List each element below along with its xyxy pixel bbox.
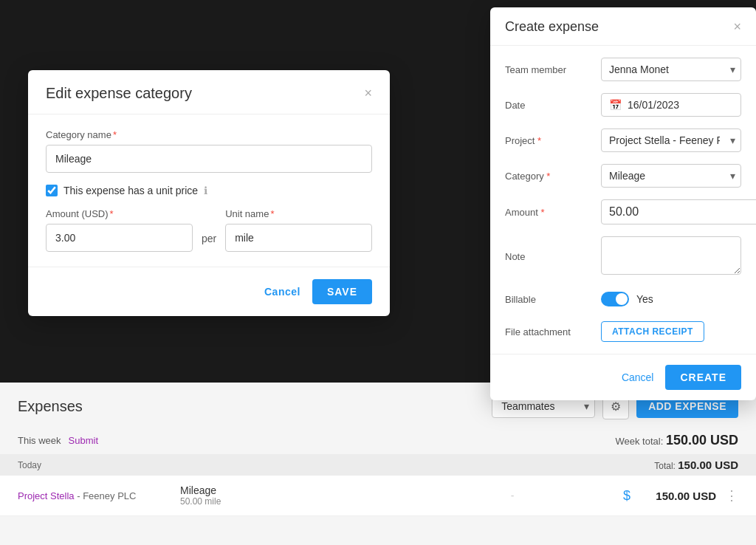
expense-cat-name: Mileage — [180, 484, 402, 496]
team-member-select-wrapper[interactable]: Jenna Monet — [601, 58, 741, 81]
billable-label: Billable — [505, 294, 601, 305]
submit-link[interactable]: Submit — [69, 435, 98, 446]
week-total: Week total: 150.00 USD — [616, 433, 738, 448]
expenses-title: Expenses — [18, 398, 83, 415]
edit-cancel-button[interactable]: Cancel — [264, 286, 300, 298]
category-name-input[interactable] — [46, 145, 372, 173]
create-modal-close-button[interactable]: × — [733, 19, 741, 35]
category-select[interactable]: Mileage — [601, 164, 741, 188]
unit-price-checkbox[interactable] — [46, 185, 58, 196]
billable-yes-label: Yes — [636, 293, 653, 305]
project-name[interactable]: Project Stella — [18, 490, 75, 501]
date-label: Date — [505, 100, 601, 111]
project-select-wrapper[interactable]: Project Stella - Feeney PLC — [601, 128, 741, 152]
gear-icon: ⚙ — [611, 400, 621, 414]
amount-form-label: Amount * — [505, 207, 601, 218]
create-expense-modal: Create expense × Team member Jenna Monet… — [490, 7, 756, 400]
unit-name-group: Unit name* — [225, 208, 372, 252]
unit-name-label: Unit name* — [225, 208, 372, 219]
project-select[interactable]: Project Stella - Feeney PLC — [601, 128, 741, 152]
amount-form-value: ⊞ mile — [601, 199, 756, 224]
project-row: Project * Project Stella - Feeney PLC — [490, 123, 756, 158]
edit-modal-body: Category name* This expense has a unit p… — [28, 114, 390, 267]
edit-modal-header: Edit expense category × — [28, 70, 390, 114]
date-input-wrapper[interactable]: 📅 16/01/2023 — [601, 93, 741, 117]
project-value: Project Stella - Feeney PLC — [601, 128, 741, 152]
date-value: 📅 16/01/2023 — [601, 93, 741, 117]
category-select-wrapper[interactable]: Mileage — [601, 164, 741, 188]
date-row: Date 📅 16/01/2023 — [490, 87, 756, 123]
expense-dash: - — [402, 490, 623, 501]
create-modal-body: Team member Jenna Monet Date 📅 16/01/202… — [490, 46, 756, 354]
amount-input[interactable] — [46, 224, 193, 252]
week-row: This week Submit Week total: 150.00 USD — [0, 430, 756, 454]
edit-modal-footer: Cancel SAVE — [28, 267, 390, 316]
team-member-label: Team member — [505, 64, 601, 75]
team-member-select[interactable]: Jenna Monet — [601, 58, 741, 81]
create-modal-header: Create expense × — [490, 7, 756, 46]
today-row: Today Total: 150.00 USD — [0, 454, 756, 476]
amount-input-row: ⊞ mile — [601, 199, 756, 224]
category-name-group: Category name* — [46, 129, 372, 173]
calendar-icon: 📅 — [609, 99, 622, 111]
today-total-label: Total: — [654, 461, 676, 471]
create-cancel-button[interactable]: Cancel — [622, 371, 654, 383]
expense-project: Project Stella - Feeney PLC — [18, 490, 165, 501]
expense-row: Project Stella - Feeney PLC Mileage 50.0… — [0, 476, 756, 516]
team-member-value: Jenna Monet — [601, 58, 741, 81]
week-total-label: Week total: — [616, 436, 664, 447]
per-label: per — [202, 233, 216, 252]
create-modal-title: Create expense — [505, 19, 599, 35]
category-row: Category * Mileage — [490, 158, 756, 193]
category-label: Category * — [505, 171, 601, 182]
unit-price-row: Amount (USD)* per Unit name* — [46, 208, 372, 252]
category-value: Mileage — [601, 164, 741, 188]
info-icon: ℹ — [204, 185, 207, 196]
attach-receipt-button[interactable]: ATTACH RECEIPT — [601, 321, 704, 342]
this-week-label: This week — [18, 435, 61, 446]
week-left: This week Submit — [18, 435, 98, 446]
amount-label: Amount (USD)* — [46, 208, 193, 219]
team-member-row: Team member Jenna Monet — [490, 52, 756, 87]
edit-modal-title: Edit expense category — [46, 85, 192, 102]
date-text: 16/01/2023 — [628, 99, 679, 111]
edit-modal-close-button[interactable]: × — [364, 86, 372, 101]
today-total-value: 150.00 USD — [678, 459, 738, 471]
unit-price-checkbox-row: This expense has a unit price ℹ — [46, 185, 372, 196]
note-label: Note — [505, 251, 601, 262]
amount-form-input[interactable] — [601, 199, 756, 224]
note-row: Note — [490, 230, 756, 283]
note-textarea[interactable] — [601, 236, 741, 275]
today-total: Total: 150.00 USD — [654, 459, 738, 471]
category-name-label: Category name* — [46, 129, 372, 140]
expense-amount: 150.00 USD — [642, 490, 716, 502]
expense-cat-detail: 50.00 mile — [180, 496, 402, 507]
note-value — [601, 236, 741, 277]
project-label: Project * — [505, 135, 601, 146]
create-modal-footer: Cancel CREATE — [490, 354, 756, 400]
billable-toggle[interactable] — [601, 292, 629, 306]
expenses-panel: Expenses Teammates ⚙ ADD EXPENSE This we… — [0, 383, 756, 545]
today-label: Today — [18, 460, 41, 470]
unit-name-input[interactable] — [225, 224, 372, 252]
billable-value: Yes — [601, 292, 741, 306]
billable-row: Billable Yes — [490, 283, 756, 315]
project-client: - Feeney PLC — [77, 490, 136, 501]
create-create-button[interactable]: CREATE — [665, 365, 741, 390]
week-total-value: 150.00 USD — [666, 433, 738, 448]
unit-price-checkbox-label: This expense has a unit price — [63, 185, 198, 196]
edit-expense-modal: Edit expense category × Category name* T… — [28, 70, 390, 316]
expense-menu-icon[interactable]: ⋮ — [725, 487, 738, 504]
expense-category: Mileage 50.00 mile — [165, 484, 402, 507]
file-attachment-label: File attachment — [505, 326, 601, 337]
file-attachment-value: ATTACH RECEIPT — [601, 321, 741, 342]
edit-save-button[interactable]: SAVE — [312, 279, 372, 304]
amount-group: Amount (USD)* — [46, 208, 193, 252]
file-attachment-row: File attachment ATTACH RECEIPT — [490, 315, 756, 348]
dollar-icon: $ — [623, 488, 630, 504]
amount-row: Amount * ⊞ mile — [490, 193, 756, 230]
